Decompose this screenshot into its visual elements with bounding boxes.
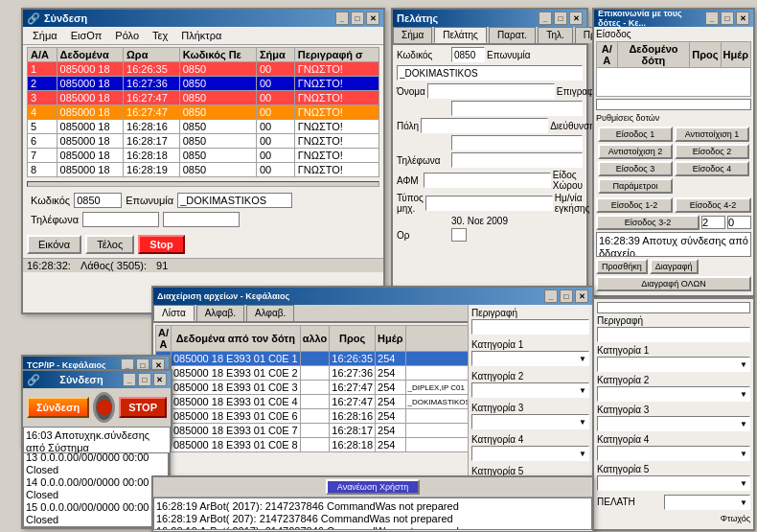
diax-maximize[interactable]: □	[560, 289, 573, 303]
minimize-button[interactable]: _	[335, 12, 349, 25]
table-row[interactable]: 8 085000 18 16:28:19 0850 00 ΓΝΩΣΤΟ!	[28, 163, 379, 177]
cell-desc: ΓΝΩΣΤΟ!	[294, 91, 378, 105]
table-row[interactable]: 6 085000 18 16:28:17 0850 00 ΓΝΩΣΤΟ!	[28, 134, 379, 149]
cust-epigr-input[interactable]	[451, 101, 583, 116]
comms-minimize[interactable]: _	[705, 12, 719, 25]
tilefono-input1[interactable]	[82, 212, 159, 227]
table-row[interactable]: 3 085000 18 16:27:47 0850 00 ΓΝΩΣΤΟ!	[28, 91, 379, 105]
katigoria2-dropdown[interactable]: ▼	[471, 382, 589, 398]
diax-tab-alfav2[interactable]: Αλφαβ.	[246, 305, 294, 321]
eisodos32-btn[interactable]: Είσοδος 3-2	[596, 215, 700, 230]
diax-cell-hmer: 254	[376, 438, 405, 452]
table-row[interactable]: 1 085000 18 16:26:35 0850 00 ΓΝΩΣΤΟ!	[28, 62, 379, 77]
prosthiki-button[interactable]: Προσθήκη	[596, 259, 648, 274]
ananeosi-xristi-button[interactable]: Ανανέωση Χρήστη	[326, 479, 420, 495]
table-row[interactable]: 2 085000 18 16:27:36 0850 00 ΓΝΩΣΤΟ!	[28, 77, 379, 91]
katigoria1-dropdown[interactable]: ▼	[471, 351, 589, 366]
cell-code: 0850	[179, 120, 256, 134]
comms-scrollbar[interactable]	[596, 99, 751, 110]
eponymia-input[interactable]	[177, 193, 292, 208]
diax-table-row[interactable]: 5 085000 18 E393 01 C0E 6 16:28:16 254	[156, 409, 469, 424]
eisodos12-btn[interactable]: Είσοδος 1-2	[596, 197, 673, 213]
cust-diefth-input[interactable]	[451, 135, 583, 150]
extra-kat4-dd[interactable]: ▼	[597, 446, 750, 461]
tab-sima[interactable]: Σήμα	[393, 27, 432, 43]
eisodos3-btn[interactable]: Είσοδος 3	[598, 161, 673, 176]
close-button[interactable]: ✕	[366, 12, 379, 25]
eisodos42-btn[interactable]: Είσοδος 4-2	[675, 197, 751, 213]
menu-pliktria[interactable]: Πλήκτρα	[175, 29, 227, 42]
diagrafi-olon-button[interactable]: Διαγραφή ΟΛΩΝ	[596, 276, 751, 291]
telos-button[interactable]: Τέλος	[85, 235, 134, 254]
table-row[interactable]: 5 085000 18 16:28:16 0850 00 ΓΝΩΣΤΟ!	[28, 120, 379, 134]
menu-eisop[interactable]: ΕισΟπ	[65, 29, 108, 42]
katigoria3-dropdown[interactable]: ▼	[471, 414, 589, 429]
comms-maximize[interactable]: □	[721, 12, 734, 25]
extra-input1[interactable]	[597, 302, 750, 313]
menu-rolo[interactable]: Ρόλο	[109, 29, 145, 42]
tab-tilefona[interactable]: Τηλ.	[538, 27, 573, 43]
tab-paratiriseis[interactable]: Παρατ.	[489, 27, 536, 43]
scrollbar-h[interactable]	[27, 181, 379, 187]
diax-table-row[interactable]: 2 085000 18 E393 01 C0E 2 16:27:36 254	[156, 366, 469, 381]
diax-minimize[interactable]: _	[544, 289, 558, 303]
diax-close[interactable]: ✕	[575, 289, 588, 303]
eikona-button[interactable]: Εικόνα	[27, 235, 81, 254]
cust-close[interactable]: ✕	[569, 12, 583, 25]
extra-kat3-dd[interactable]: ▼	[597, 416, 750, 431]
cust-or-checkbox[interactable]	[451, 228, 467, 242]
kodikos-input[interactable]	[74, 193, 122, 208]
table-row[interactable]: 4 085000 18 16:27:47 0850 00 ΓΝΩΣΤΟ!	[28, 105, 379, 120]
comms-close[interactable]: ✕	[736, 12, 749, 25]
eisodos4-btn[interactable]: Είσοδος 4	[675, 161, 749, 176]
tilefono-input2[interactable]	[163, 212, 240, 227]
extra-perigrafi-input[interactable]	[597, 327, 750, 342]
extra-kat5-dd[interactable]: ▼	[597, 475, 750, 491]
cust-minimize[interactable]: _	[539, 12, 552, 25]
extra-pelatis-dd[interactable]: ▼	[664, 495, 750, 510]
diax-table-row[interactable]: 3 085000 18 E393 01 C0E 3 16:27:47 254 _…	[156, 381, 469, 395]
cs-minimize[interactable]: _	[123, 373, 136, 386]
cust-afm-input[interactable]	[424, 173, 551, 188]
extra-kat1-dd[interactable]: ▼	[597, 357, 750, 372]
antistoixisi1-btn[interactable]: Αντιστοίχιση 1	[675, 127, 749, 142]
cell-signal: 00	[256, 105, 294, 120]
maximize-button[interactable]: □	[351, 12, 364, 25]
diax-cell-pros: 16:28:17	[330, 424, 376, 438]
comms-num2-input[interactable]	[727, 216, 751, 229]
cust-poli-input[interactable]	[421, 118, 548, 133]
diax-cell-hmer: 254	[376, 381, 405, 395]
perigrafi-input[interactable]	[471, 319, 589, 335]
diax-tab-alfav1[interactable]: Αλφαβ.	[196, 305, 244, 321]
cust-tilef-label: Τηλέφωνα	[397, 155, 449, 166]
kodikos-group: Κωδικός Επωνυμία	[27, 191, 379, 210]
antistoixisi2-btn[interactable]: Αντιστοίχιση 2	[598, 144, 673, 159]
comms-num1-input[interactable]	[701, 216, 725, 229]
diax-table-row[interactable]: 4 085000 18 E393 01 C0E 4 16:27:47 254 _…	[156, 395, 469, 409]
cust-eponymia-input[interactable]	[397, 65, 583, 81]
stop-button[interactable]: Stop	[138, 235, 184, 254]
cs-close[interactable]: ✕	[153, 373, 167, 386]
cs-maximize[interactable]: □	[138, 373, 151, 386]
menu-sima[interactable]: Σήμα	[27, 29, 63, 42]
cust-tilef-input[interactable]	[451, 152, 583, 168]
katigoria4-dropdown[interactable]: ▼	[471, 446, 589, 461]
parametroi-btn[interactable]: Παράμετροι	[598, 178, 673, 194]
cust-onoma-input[interactable]	[427, 83, 555, 99]
menu-tex[interactable]: Τεχ	[147, 29, 173, 42]
cust-kodikos-input[interactable]	[451, 47, 485, 62]
diax-table-row[interactable]: 1 085000 18 E393 01 C0E 1 16:26:35 254	[156, 352, 469, 366]
diagrafi-button[interactable]: Διαγραφή	[650, 259, 699, 274]
cust-tipos-input[interactable]	[425, 196, 553, 211]
eisodos1-btn[interactable]: Είσοδος 1	[598, 127, 673, 142]
diax-tab-lista[interactable]: Λίστα	[153, 305, 195, 321]
eisodos2-btn[interactable]: Είσοδος 2	[675, 144, 749, 159]
diax-table-row[interactable]: 7 085000 18 E393 01 C0E 8 16:28:18 254	[156, 438, 469, 452]
extra-kat2-dd[interactable]: ▼	[597, 386, 750, 402]
table-row[interactable]: 7 085000 18 16:28:18 0850 00 ΓΝΩΣΤΟ!	[28, 149, 379, 163]
cust-maximize[interactable]: □	[554, 12, 567, 25]
tab-pelatis[interactable]: Πελάτης	[434, 27, 487, 43]
diax-table-row[interactable]: 6 085000 18 E393 01 C0E 7 16:28:17 254	[156, 424, 469, 438]
blog-3: 16:28:19 ArBot( 2017): 2147237846 Comman…	[156, 525, 589, 530]
stop-small-label[interactable]: STOP	[119, 397, 167, 418]
